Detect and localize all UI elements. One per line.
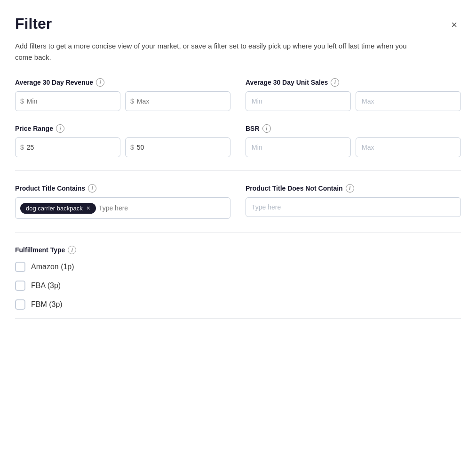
price-min-input-wrapper: $ [15, 137, 120, 157]
divider-1 [15, 170, 461, 171]
product-title-row: Product Title Contains i dog carrier bac… [15, 184, 461, 219]
fulfillment-label: Fulfillment Type i [15, 246, 461, 254]
title-contains-info-icon[interactable]: i [88, 184, 96, 193]
revenue-inputs: $ $ [15, 91, 230, 111]
revenue-max-prefix: $ [130, 97, 134, 105]
unit-sales-min-input[interactable] [246, 91, 351, 111]
price-range-group: Price Range i $ $ [15, 124, 230, 157]
price-min-input[interactable] [27, 144, 115, 151]
title-not-contain-input-wrapper [246, 197, 461, 217]
title-contains-label: Product Title Contains i [15, 184, 230, 193]
bsr-label: BSR i [246, 124, 461, 133]
bsr-min-input[interactable] [246, 137, 351, 157]
price-range-label: Price Range i [15, 124, 230, 133]
unit-sales-group: Average 30 Day Unit Sales i [246, 78, 461, 111]
title-not-contain-label: Product Title Does Not Contain i [246, 184, 461, 193]
title-not-contain-info-icon[interactable]: i [346, 184, 354, 193]
unit-sales-info-icon[interactable]: i [331, 78, 339, 87]
unit-sales-label: Average 30 Day Unit Sales i [246, 78, 461, 87]
fulfillment-amazon-label: Amazon (1p) [31, 263, 74, 271]
title-contains-group: Product Title Contains i dog carrier bac… [15, 184, 230, 219]
tag-remove-button[interactable]: × [87, 205, 90, 211]
price-bsr-row: Price Range i $ $ BSR i [15, 124, 461, 157]
bsr-info-icon[interactable]: i [262, 124, 271, 133]
fulfillment-amazon-item[interactable]: Amazon (1p) [15, 262, 461, 272]
fulfillment-info-icon[interactable]: i [68, 246, 76, 254]
filter-description: Add filters to get a more concise view o… [15, 40, 420, 63]
revenue-min-input[interactable] [27, 97, 115, 105]
price-max-input[interactable] [137, 144, 225, 151]
header-row: Filter × [15, 15, 461, 33]
fulfillment-fbm-checkbox[interactable] [15, 299, 25, 310]
revenue-unit-sales-row: Average 30 Day Revenue i $ $ Average 30 … [15, 78, 461, 111]
fulfillment-fba-label: FBA (3p) [31, 281, 61, 290]
price-range-info-icon[interactable]: i [56, 124, 64, 133]
fulfillment-fbm-label: FBM (3p) [31, 300, 63, 309]
tag-dog-carrier-backpack: dog carrier backpack × [20, 203, 96, 214]
close-button[interactable]: × [447, 17, 461, 33]
revenue-max-input-wrapper: $ [125, 91, 230, 111]
price-min-prefix: $ [20, 144, 24, 151]
fulfillment-section: Fulfillment Type i Amazon (1p) FBA (3p) … [15, 246, 461, 310]
filter-panel: Filter × Add filters to get a more conci… [0, 0, 476, 334]
revenue-label: Average 30 Day Revenue i [15, 78, 230, 87]
filter-title: Filter [15, 15, 52, 32]
revenue-info-icon[interactable]: i [96, 78, 104, 87]
bsr-max-input[interactable] [356, 137, 461, 157]
revenue-group: Average 30 Day Revenue i $ $ [15, 78, 230, 111]
bsr-inputs [246, 137, 461, 157]
price-max-prefix: $ [130, 144, 134, 151]
price-max-input-wrapper: $ [125, 137, 230, 157]
revenue-min-prefix: $ [20, 97, 24, 105]
tag-label: dog carrier backpack [26, 205, 83, 212]
fulfillment-amazon-checkbox[interactable] [15, 262, 25, 272]
fulfillment-fba-checkbox[interactable] [15, 281, 25, 291]
title-not-contain-group: Product Title Does Not Contain i [246, 184, 461, 219]
title-contains-input[interactable] [99, 204, 225, 212]
revenue-max-input[interactable] [137, 97, 225, 105]
bottom-divider [15, 318, 461, 319]
divider-2 [15, 232, 461, 233]
title-contains-input-wrapper[interactable]: dog carrier backpack × [15, 197, 230, 219]
revenue-min-input-wrapper: $ [15, 91, 120, 111]
unit-sales-inputs [246, 91, 461, 111]
unit-sales-max-input[interactable] [356, 91, 461, 111]
fulfillment-fbm-item[interactable]: FBM (3p) [15, 299, 461, 310]
price-range-inputs: $ $ [15, 137, 230, 157]
fulfillment-fba-item[interactable]: FBA (3p) [15, 281, 461, 291]
title-not-contain-input[interactable] [246, 197, 461, 217]
bsr-group: BSR i [246, 124, 461, 157]
